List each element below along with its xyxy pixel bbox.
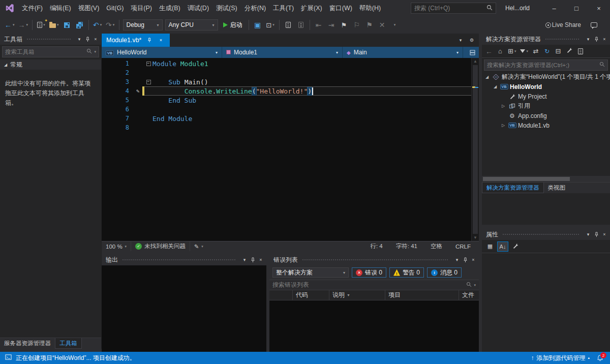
pin-button[interactable] <box>83 35 92 43</box>
track-changes-button[interactable]: ✎▾ <box>190 241 207 251</box>
line-number[interactable]: 2 <box>102 69 133 76</box>
start-debugging-button[interactable]: 启动 <box>220 19 246 31</box>
sync-with-active-document-button[interactable]: ⇄ <box>531 46 541 56</box>
tree-item[interactable]: ▷引用 <box>482 101 610 111</box>
clear-bookmarks-button[interactable]: ✕ <box>376 19 388 31</box>
save-button[interactable] <box>61 19 73 31</box>
add-to-source-control-button[interactable]: ↑ 添加到源代码管理 ▴ <box>531 354 590 362</box>
document-tab-module1[interactable]: Module1.vb* × <box>102 34 170 47</box>
pin-button[interactable] <box>592 35 600 43</box>
decrease-indent-button[interactable]: ⇤ <box>313 19 325 31</box>
code-line[interactable]: 4✎ Console.WriteLine("HelloWorld!") <box>102 86 479 96</box>
refresh-button[interactable]: ↻ <box>542 46 552 56</box>
messages-filter-button[interactable]: i消息 0 <box>427 267 462 278</box>
tab-options-gear-icon[interactable]: ⚙ <box>468 36 476 44</box>
line-number[interactable]: 8 <box>102 124 133 131</box>
pin-button[interactable] <box>592 230 600 238</box>
pending-changes-filter-button[interactable]: ▾ <box>518 46 530 56</box>
menu-item[interactable]: 窗口(W) <box>326 2 356 15</box>
chevron-expanded-icon[interactable]: ◢ <box>484 75 490 79</box>
solution-configuration-dropdown[interactable]: Debug▾ <box>123 19 163 31</box>
uncomment-button[interactable] <box>295 19 307 31</box>
close-panel-button[interactable]: × <box>600 35 608 43</box>
code-line[interactable]: 6 <box>102 105 479 114</box>
properties-header[interactable]: 属性 ▾ × <box>482 229 610 240</box>
window-list-button[interactable]: ▾ <box>456 36 465 44</box>
code-line[interactable]: 5 End Sub <box>102 96 479 105</box>
find-in-files-button[interactable]: ▣ <box>252 19 264 31</box>
window-position-button[interactable]: ▾ <box>453 256 461 264</box>
code-line[interactable]: 1−Module Module1 <box>102 59 479 68</box>
error-list-search-input[interactable]: 搜索错误列表 ▾ <box>269 280 479 290</box>
line-number[interactable]: 4 <box>102 87 133 95</box>
fold-collapse-icon[interactable]: − <box>144 80 152 84</box>
output-header[interactable]: 输出 ▾ × <box>102 254 266 265</box>
line-ending-indicator[interactable]: CRLF <box>455 244 471 250</box>
menu-item[interactable]: 调试(D) <box>184 2 212 15</box>
tree-item[interactable]: ◢VBHelloWorld <box>482 82 610 92</box>
code-line[interactable]: 3− Sub Main() <box>102 77 479 86</box>
switch-views-button[interactable]: ⊞▾ <box>506 46 517 56</box>
pin-button[interactable] <box>249 256 257 264</box>
code-line[interactable]: 2 <box>102 68 479 77</box>
type-dropdown[interactable]: Module1 ▾ <box>222 47 343 58</box>
menu-item[interactable]: 视图(V) <box>75 2 103 15</box>
horizontal-scrollbar[interactable] <box>482 176 610 182</box>
zoom-dropdown[interactable]: 100 %▾ <box>102 241 131 251</box>
code-line[interactable]: 8 <box>102 123 479 132</box>
toolbar-options-button[interactable]: ▾ <box>389 19 401 31</box>
collapse-all-button[interactable]: ⊟ <box>553 46 563 56</box>
errors-filter-button[interactable]: ✕错误 0 <box>352 267 386 278</box>
tree-item[interactable]: ▷VBModule1.vb <box>482 120 610 130</box>
member-dropdown[interactable]: ◆ Main ▾ <box>343 47 463 58</box>
increase-indent-button[interactable]: ⇥ <box>325 19 338 31</box>
preview-selected-items-button[interactable] <box>575 46 586 56</box>
error-list-header[interactable]: 错误列表 ▾ × <box>269 254 479 265</box>
menu-item[interactable]: 编辑(E) <box>46 2 75 15</box>
toolbox-header[interactable]: 工具箱 ▾ × <box>0 34 101 45</box>
code-editor[interactable]: 1−Module Module123− Sub Main()4✎ Console… <box>102 58 479 241</box>
split-editor-icon[interactable] <box>468 48 476 56</box>
column-header[interactable]: 代码 <box>293 290 329 300</box>
navigate-back-button[interactable]: ← <box>484 46 494 56</box>
menu-item[interactable]: 工具(T) <box>269 2 297 15</box>
maximize-button[interactable]: □ <box>565 0 588 16</box>
minimize-button[interactable]: – <box>543 0 565 16</box>
undo-button[interactable]: ↶▾ <box>92 19 104 31</box>
column-indicator[interactable]: 字符: 41 <box>396 242 417 250</box>
menu-item[interactable]: 项目(P) <box>127 2 156 15</box>
panel-tab[interactable]: 解决方案资源管理器 <box>482 183 544 193</box>
line-number[interactable]: 6 <box>102 106 133 113</box>
error-list-content[interactable] <box>269 300 479 352</box>
window-position-button[interactable]: ▾ <box>584 230 592 238</box>
scrollbar-thumb[interactable] <box>483 177 570 181</box>
send-feedback-button[interactable] <box>588 19 600 31</box>
chevron-collapsed-icon[interactable]: ▷ <box>500 123 506 128</box>
properties-button[interactable] <box>564 46 574 56</box>
panel-tab[interactable]: 服务器资源管理器 <box>0 338 55 349</box>
menu-item[interactable]: 扩展(X) <box>297 2 326 15</box>
warnings-filter-button[interactable]: !警告 0 <box>389 267 424 278</box>
line-number[interactable]: 1 <box>102 60 133 67</box>
column-header[interactable] <box>269 290 293 300</box>
menu-item[interactable]: 测试(S) <box>212 2 241 15</box>
column-header[interactable]: 文件 <box>459 290 479 300</box>
command-window-button[interactable]: ⊡▾ <box>264 19 277 31</box>
scrollbar-thumb[interactable] <box>473 65 478 234</box>
tree-item[interactable]: My Project <box>482 92 610 101</box>
next-bookmark-button[interactable]: ⚑ <box>363 19 376 31</box>
solution-explorer-search-input[interactable]: 搜索解决方案资源管理器(Ctrl+;) <box>484 59 608 71</box>
line-number[interactable]: 5 <box>102 97 133 104</box>
new-project-button[interactable]: ✦▾ <box>35 19 47 31</box>
panel-tab[interactable]: 类视图 <box>544 183 570 193</box>
comment-button[interactable] <box>282 19 294 31</box>
navigate-forward-button[interactable]: →▾ <box>17 19 30 31</box>
pin-tab-button[interactable] <box>145 36 154 44</box>
chevron-expanded-icon[interactable]: ◢ <box>492 84 498 89</box>
close-button[interactable]: × <box>588 0 610 16</box>
close-tab-button[interactable]: × <box>157 36 165 44</box>
previous-bookmark-button[interactable]: ⚐ <box>351 19 363 31</box>
menu-item[interactable]: Git(G) <box>103 2 127 14</box>
open-file-button[interactable]: ▾ <box>48 19 60 31</box>
menu-item[interactable]: 生成(B) <box>156 2 184 15</box>
